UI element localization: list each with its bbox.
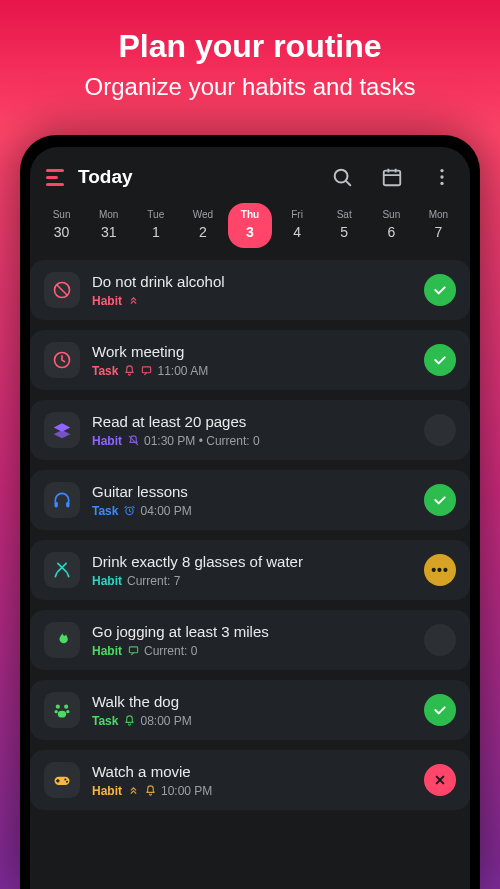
day-num: 2 (199, 224, 207, 240)
item-content: Drink exactly 8 glasses of water Habit C… (92, 553, 412, 588)
svg-rect-23 (129, 647, 137, 653)
menu-icon[interactable] (46, 169, 64, 186)
item-kind: Habit (92, 784, 122, 798)
svg-rect-15 (66, 502, 69, 508)
comment-icon (127, 645, 139, 657)
item-kind: Task (92, 504, 118, 518)
item-kind: Habit (92, 434, 122, 448)
item-name: Go jogging at least 3 miles (92, 623, 412, 640)
calendar-icon[interactable] (380, 165, 404, 189)
list-item[interactable]: Drink exactly 8 glasses of water Habit C… (30, 540, 470, 600)
week-strip: Sun30Mon31Tue1Wed2Thu3Fri4Sat5Sun6Mon7 (30, 203, 470, 260)
item-content: Guitar lessons Task 04:00 PM (92, 483, 412, 518)
item-name: Guitar lessons (92, 483, 412, 500)
svg-point-7 (440, 175, 443, 178)
day-num: 4 (293, 224, 301, 240)
priority-icon (127, 785, 139, 797)
day-6[interactable]: Sun6 (370, 203, 413, 248)
day-2[interactable]: Wed2 (181, 203, 224, 248)
day-dow: Thu (228, 209, 271, 220)
day-1[interactable]: Tue1 (134, 203, 177, 248)
list-item[interactable]: Do not drink alcohol Habit (30, 260, 470, 320)
utensils-icon (44, 552, 80, 588)
status-none[interactable] (424, 624, 456, 656)
svg-point-28 (58, 711, 66, 718)
day-num: 31 (101, 224, 117, 240)
item-kind: Habit (92, 574, 122, 588)
paw-icon (44, 692, 80, 728)
bell-mute-icon (127, 435, 139, 447)
item-kind: Habit (92, 294, 122, 308)
list-item[interactable]: Walk the dog Task 08:00 PM (30, 680, 470, 740)
svg-line-22 (67, 573, 69, 577)
day-dow: Sun (370, 209, 413, 220)
day-7[interactable]: Mon7 (417, 203, 460, 248)
status-done[interactable] (424, 694, 456, 726)
item-name: Watch a movie (92, 763, 412, 780)
svg-point-26 (55, 710, 58, 713)
more-icon[interactable] (430, 165, 454, 189)
list-item[interactable]: Guitar lessons Task 04:00 PM (30, 470, 470, 530)
status-done[interactable] (424, 344, 456, 376)
day-num: 1 (152, 224, 160, 240)
status-done[interactable] (424, 274, 456, 306)
item-content: Walk the dog Task 08:00 PM (92, 693, 412, 728)
phone-frame: Today Sun30Mon31Tue1Wed2Thu3Fri4Sat5Sun6… (20, 135, 480, 889)
status-done[interactable] (424, 484, 456, 516)
promo-title: Plan your routine (0, 28, 500, 65)
item-name: Walk the dog (92, 693, 412, 710)
day-3[interactable]: Thu3 (228, 203, 271, 248)
priority-icon (127, 295, 139, 307)
svg-rect-14 (55, 502, 58, 508)
item-detail: Current: 0 (144, 644, 197, 658)
ban-icon (44, 272, 80, 308)
item-content: Go jogging at least 3 miles Habit Curren… (92, 623, 412, 658)
svg-point-24 (56, 705, 60, 709)
day-31[interactable]: Mon31 (87, 203, 130, 248)
headphones-icon (44, 482, 80, 518)
svg-rect-31 (56, 780, 59, 782)
bell-icon (123, 365, 135, 377)
svg-line-1 (346, 181, 350, 185)
item-detail: 08:00 PM (140, 714, 191, 728)
list-item[interactable]: Watch a movie Habit 10:00 PM (30, 750, 470, 810)
list-item[interactable]: Work meeting Task 11:00 AM (30, 330, 470, 390)
item-kind: Habit (92, 644, 122, 658)
status-fail[interactable] (424, 764, 456, 796)
day-num: 5 (340, 224, 348, 240)
item-content: Watch a movie Habit 10:00 PM (92, 763, 412, 798)
page-title: Today (78, 166, 304, 188)
svg-line-10 (57, 285, 67, 295)
day-num: 6 (387, 224, 395, 240)
item-content: Work meeting Task 11:00 AM (92, 343, 412, 378)
book-icon (44, 412, 80, 448)
bell-icon (144, 785, 156, 797)
clock-icon (44, 342, 80, 378)
search-icon[interactable] (330, 165, 354, 189)
item-name: Do not drink alcohol (92, 273, 412, 290)
bell-icon (123, 715, 135, 727)
status-none[interactable] (424, 414, 456, 446)
comment-icon (140, 365, 152, 377)
day-5[interactable]: Sat5 (323, 203, 366, 248)
svg-point-6 (440, 169, 443, 172)
day-dow: Sat (323, 209, 366, 220)
svg-point-32 (64, 779, 66, 781)
day-dow: Mon (87, 209, 130, 220)
item-detail: Current: 7 (127, 574, 180, 588)
list-item[interactable]: Read at least 20 pages Habit 01:30 PM • … (30, 400, 470, 460)
item-kind: Task (92, 364, 118, 378)
day-4[interactable]: Fri4 (276, 203, 319, 248)
day-dow: Tue (134, 209, 177, 220)
day-dow: Fri (276, 209, 319, 220)
svg-line-17 (125, 506, 126, 507)
day-30[interactable]: Sun30 (40, 203, 83, 248)
item-name: Drink exactly 8 glasses of water (92, 553, 412, 570)
svg-point-27 (66, 710, 69, 713)
item-name: Read at least 20 pages (92, 413, 412, 430)
svg-point-33 (66, 781, 68, 783)
status-pending[interactable]: ••• (424, 554, 456, 586)
svg-line-21 (55, 573, 57, 577)
list-item[interactable]: Go jogging at least 3 miles Habit Curren… (30, 610, 470, 670)
item-detail: 11:00 AM (157, 364, 208, 378)
